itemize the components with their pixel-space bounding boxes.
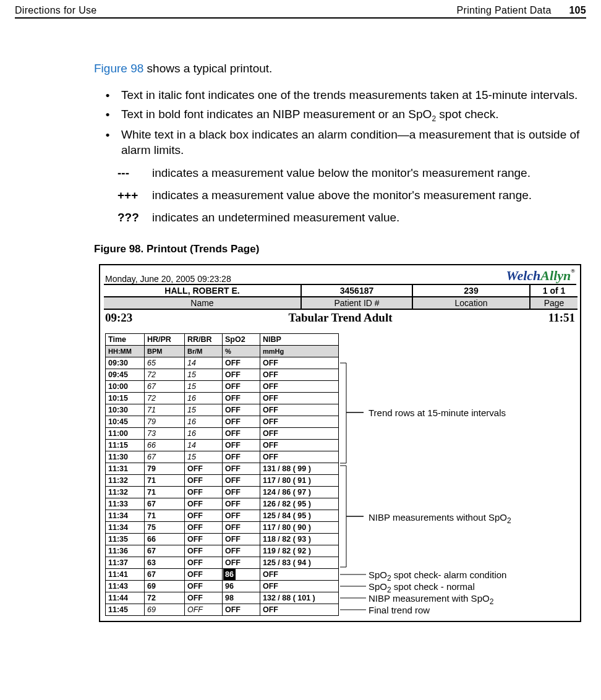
running-header: Directions for Use Printing Patient Data… xyxy=(15,5,586,16)
printout-timestamp: Monday, June 20, 2005 09:23:28 xyxy=(105,274,231,284)
figure-link[interactable]: Figure 98 xyxy=(94,62,143,75)
figure-caption: Figure 98. Printout (Trends Page) xyxy=(94,243,580,255)
table-row: 11:3566OFFOFF118 / 82 ( 93 ) xyxy=(106,534,339,545)
table-row: 11:3271OFFOFF117 / 80 ( 91 ) xyxy=(106,475,339,487)
table-row: 11:3667OFFOFF119 / 82 ( 92 ) xyxy=(106,545,339,557)
annot-nibp: NIBP measurements without SpO2 xyxy=(369,512,511,525)
definitions: ---indicates a measurement value below t… xyxy=(117,166,580,224)
table-row: 11:3367OFFOFF126 / 82 ( 95 ) xyxy=(106,498,339,510)
annotation-area: Trend rows at 15-minute intervals NIBP m… xyxy=(339,333,580,616)
table-row: 10:006715OFFOFF xyxy=(106,381,339,393)
patient-info-grid: HALL, ROBERT E. 3456187 239 1 of 1 Name … xyxy=(104,284,576,310)
table-row: 09:306514OFFOFF xyxy=(106,357,339,369)
table-row: 11:3271OFFOFF124 / 86 ( 97 ) xyxy=(106,487,339,498)
table-row: 10:307115OFFOFF xyxy=(106,404,339,416)
bullet-list: •Text in italic font indicates one of th… xyxy=(94,88,580,158)
table-row: 10:457916OFFOFF xyxy=(106,416,339,428)
table-row: 11:4369OFF96OFF xyxy=(106,581,339,592)
annot-trend: Trend rows at 15-minute intervals xyxy=(369,408,506,418)
trend-title-row: 09:23 Tabular Trend Adult 11:51 xyxy=(100,310,580,326)
bullet-icon: • xyxy=(94,89,121,103)
annot-a3: NIBP measurement with SpO2 xyxy=(369,593,493,606)
intro-line: Figure 98 shows a typical printout. xyxy=(94,62,580,75)
annot-a4: Final trend row xyxy=(369,605,430,615)
table-row: 11:156614OFFOFF xyxy=(106,440,339,451)
welchallyn-logo: WelchAllyn® xyxy=(506,268,575,284)
header-left: Directions for Use xyxy=(15,5,97,16)
header-right: Printing Patient Data xyxy=(457,5,552,15)
annot-a1: SpO2 spot check- alarm condition xyxy=(369,570,506,583)
bullet-icon: • xyxy=(94,129,121,142)
table-row: 11:3179OFFOFF131 / 88 ( 99 ) xyxy=(106,463,339,475)
table-row: 11:306715OFFOFF xyxy=(106,451,339,463)
table-row: 11:3471OFFOFF125 / 84 ( 95 ) xyxy=(106,510,339,522)
table-row: 11:4569OFFOFFOFF xyxy=(106,604,339,616)
bullet-icon: • xyxy=(94,108,121,122)
table-row: 11:4472OFF98132 / 88 ( 101 ) xyxy=(106,592,339,604)
table-row: 11:3475OFFOFF117 / 80 ( 90 ) xyxy=(106,522,339,534)
table-row: 11:007316OFFOFF xyxy=(106,428,339,440)
trend-table: Time HR/PR RR/BR SpO2 NIBP HH:MM BPM Br/… xyxy=(105,333,339,616)
table-row: 11:3763OFFOFF125 / 83 ( 94 ) xyxy=(106,557,339,569)
header-divider xyxy=(15,17,586,19)
table-row: 09:457215OFFOFF xyxy=(106,369,339,381)
table-row: 10:157216OFFOFF xyxy=(106,393,339,404)
header-page: 105 xyxy=(569,5,586,15)
printout-box: Monday, June 20, 2005 09:23:28 WelchAlly… xyxy=(99,264,581,622)
annot-a2: SpO2 spot check - normal xyxy=(369,581,475,594)
table-row: 11:4167OFF86OFF xyxy=(106,569,339,581)
